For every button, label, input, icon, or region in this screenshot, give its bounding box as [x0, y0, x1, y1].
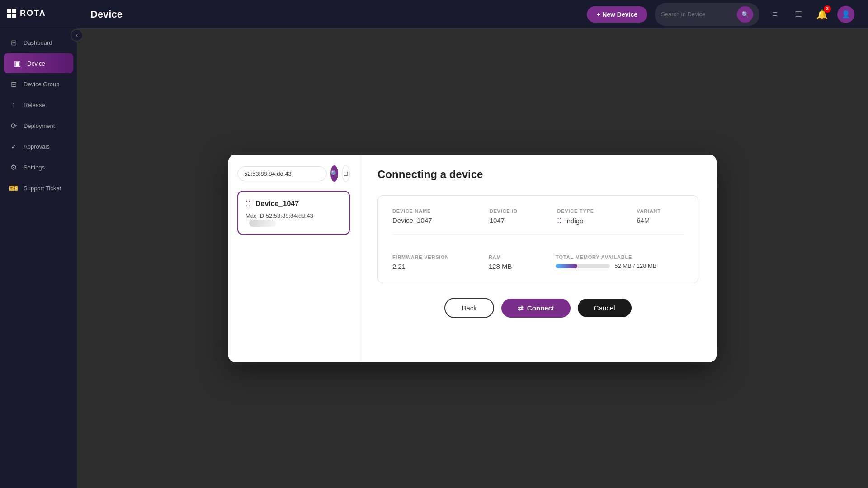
list-view-button[interactable]: ☰: [790, 6, 807, 23]
connect-button[interactable]: ⇄ Connect: [501, 299, 571, 318]
memory-bar-container: 52 MB / 128 MB: [556, 263, 684, 269]
info-row-top: DEVICE NAME Device_1047 DEVICE ID 1047 D…: [392, 208, 684, 235]
sidebar-item-device[interactable]: ▣ Device: [4, 53, 73, 73]
sidebar-item-label: Settings: [24, 164, 45, 171]
modal-left-panel: 🔍 ⊟ ⁚⁚ Device_1047 Mac ID 52:53:88:84:dd…: [228, 155, 359, 362]
logo: ROTA: [0, 0, 77, 27]
content-area: 🔍 ⊟ ⁚⁚ Device_1047 Mac ID 52:53:88:84:dd…: [77, 29, 868, 488]
device-search-bar: 🔍 ⊟: [237, 165, 350, 182]
topbar: Device + New Device 🔍 ≡ ☰ 🔔 3 👤: [77, 0, 868, 29]
sidebar-item-label: Device: [27, 60, 45, 67]
device-status-indicator: [249, 220, 276, 227]
ram-field: RAM 128 MB: [489, 254, 547, 270]
variant-field: VARIANT 64M: [637, 208, 684, 225]
device-type-label: DEVICE TYPE: [557, 208, 627, 214]
topbar-right: + New Device 🔍 ≡ ☰ 🔔 3 👤: [587, 3, 854, 26]
dashboard-icon: ⊞: [9, 38, 18, 47]
main-content: Device + New Device 🔍 ≡ ☰ 🔔 3 👤 �: [77, 0, 868, 488]
sidebar-item-label: Device Group: [24, 81, 59, 88]
new-device-button[interactable]: + New Device: [587, 6, 647, 23]
filter-button[interactable]: ≡: [767, 6, 783, 23]
device-type-field: DEVICE TYPE ⁚⁚ indigo: [557, 208, 627, 225]
device-search-button[interactable]: 🔍: [330, 165, 338, 182]
sidebar-item-label: Dashboard: [24, 39, 52, 46]
device-filter-button[interactable]: ⊟: [342, 165, 350, 182]
device-card[interactable]: ⁚⁚ Device_1047 Mac ID 52:53:88:84:dd:43: [237, 191, 350, 235]
search-submit-button[interactable]: 🔍: [737, 6, 753, 23]
device-card-mac: Mac ID 52:53:88:84:dd:43: [245, 212, 342, 227]
sidebar-item-label: Deployment: [24, 122, 55, 129]
sidebar-item-release[interactable]: ↑ Release: [0, 95, 77, 115]
release-icon: ↑: [9, 100, 18, 109]
memory-bar: [556, 264, 610, 268]
connecting-device-modal: 🔍 ⊟ ⁚⁚ Device_1047 Mac ID 52:53:88:84:dd…: [228, 155, 717, 362]
total-memory-field: TOTAL MEMORY AVAILABLE 52 MB / 128 MB: [556, 254, 684, 270]
sidebar-collapse-button[interactable]: ‹: [71, 29, 83, 42]
sidebar-item-dashboard[interactable]: ⊞ Dashboard: [0, 33, 77, 52]
device-card-icon: ⁚⁚: [245, 199, 251, 209]
sidebar-item-support-ticket[interactable]: 🎫 Support Ticket: [0, 178, 77, 198]
device-name-field: DEVICE NAME Device_1047: [392, 208, 481, 225]
search-input[interactable]: [661, 11, 733, 18]
memory-text: 52 MB / 128 MB: [614, 263, 656, 269]
sidebar-item-label: Approvals: [24, 143, 50, 150]
device-search-input[interactable]: [237, 166, 327, 181]
modal-actions: Back ⇄ Connect Cancel: [377, 298, 698, 318]
sidebar-item-device-group[interactable]: ⊞ Device Group: [0, 74, 77, 94]
ram-label: RAM: [489, 254, 547, 260]
search-container: 🔍: [655, 3, 760, 26]
device-id-value: 1047: [490, 216, 548, 224]
device-card-header: ⁚⁚ Device_1047: [245, 199, 342, 209]
indigo-icon: ⁚⁚: [557, 216, 561, 225]
connect-icon: ⇄: [518, 304, 524, 312]
notification-badge: 3: [824, 5, 831, 13]
device-info-card: DEVICE NAME Device_1047 DEVICE ID 1047 D…: [377, 195, 698, 283]
device-name-label: DEVICE NAME: [392, 208, 481, 214]
topbar-left: Device: [90, 9, 123, 20]
logo-text: ROTA: [20, 9, 46, 18]
logo-icon: [7, 9, 16, 18]
sidebar-item-label: Support Ticket: [24, 185, 61, 192]
device-icon: ▣: [13, 59, 22, 68]
back-button[interactable]: Back: [444, 298, 494, 318]
settings-icon: ⚙: [9, 163, 18, 172]
variant-label: VARIANT: [637, 208, 684, 214]
sidebar-item-settings[interactable]: ⚙ Settings: [0, 157, 77, 177]
approvals-icon: ✓: [9, 142, 18, 151]
firmware-label: FIRMWARE VERSION: [392, 254, 480, 260]
variant-value: 64M: [637, 216, 684, 224]
modal-right-panel: Connecting a device DEVICE NAME Device_1…: [359, 155, 717, 362]
sidebar-item-approvals[interactable]: ✓ Approvals: [0, 136, 77, 156]
sidebar-nav: ⊞ Dashboard ▣ Device ⊞ Device Group ↑ Re…: [0, 27, 77, 203]
device-card-name: Device_1047: [255, 200, 299, 208]
page-title: Device: [90, 9, 123, 20]
sidebar-item-deployment[interactable]: ⟳ Deployment: [0, 116, 77, 136]
device-id-field: DEVICE ID 1047: [490, 208, 548, 225]
sidebar: ROTA ‹ ⊞ Dashboard ▣ Device ⊞ Device Gro…: [0, 0, 77, 488]
device-name-value: Device_1047: [392, 216, 481, 224]
deployment-icon: ⟳: [9, 121, 18, 130]
total-memory-label: TOTAL MEMORY AVAILABLE: [556, 254, 684, 260]
info-row-bottom: FIRMWARE VERSION 2.21 RAM 128 MB TOTAL M…: [392, 245, 684, 270]
avatar[interactable]: 👤: [837, 6, 854, 23]
firmware-value: 2.21: [392, 263, 480, 270]
support-icon: 🎫: [9, 183, 18, 192]
modal-title: Connecting a device: [377, 168, 698, 181]
ram-value: 128 MB: [489, 263, 547, 270]
sidebar-item-label: Release: [24, 102, 45, 108]
device-type-value: ⁚⁚ indigo: [557, 216, 627, 225]
device-group-icon: ⊞: [9, 80, 18, 89]
cancel-button[interactable]: Cancel: [578, 299, 632, 317]
firmware-field: FIRMWARE VERSION 2.21: [392, 254, 480, 270]
device-id-label: DEVICE ID: [490, 208, 548, 214]
notification-button[interactable]: 🔔 3: [814, 6, 830, 23]
memory-bar-fill: [556, 264, 577, 268]
